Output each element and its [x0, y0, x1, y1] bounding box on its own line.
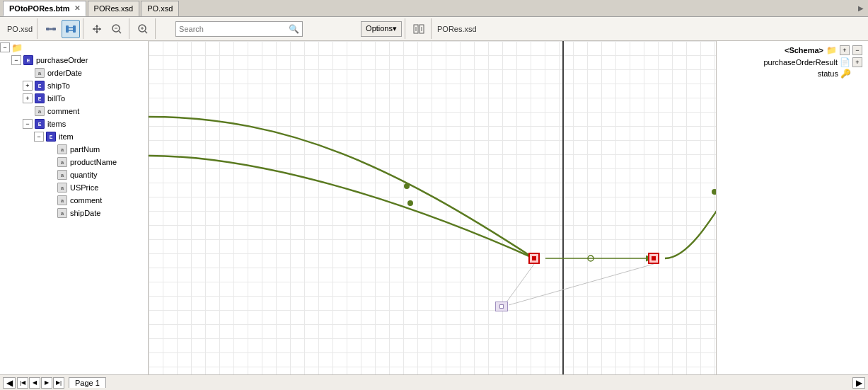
nav-next-btn[interactable]: ▶	[41, 377, 52, 389]
tree-label-items: items	[47, 120, 66, 128]
tree-node-USPrice[interactable]: aUSPrice	[0, 181, 148, 194]
tab-pores-label: PORes.xsd	[94, 4, 134, 13]
right-expand-btn[interactable]: +	[840, 45, 850, 55]
tab-potopores[interactable]: POtoPORes.btm ✕	[3, 1, 86, 16]
right-panel-header: <Schema> 📁 + −	[719, 44, 865, 57]
tree-label-shipDate: shipDate	[70, 209, 100, 217]
svg-point-3	[50, 28, 52, 30]
expand-btn[interactable]	[410, 20, 428, 38]
tree-node-comment[interactable]: acomment	[0, 105, 148, 117]
scroll-left-btn[interactable]: ◀	[3, 377, 16, 389]
page-tab[interactable]: Page 1	[69, 377, 106, 388]
small-node-inner	[499, 304, 504, 309]
expand-btn-billTo[interactable]: +	[23, 93, 33, 103]
pan-icon	[91, 23, 103, 35]
tab-scroll-right[interactable]: ▶	[854, 3, 868, 13]
scroll-right-btn[interactable]: ▶	[852, 377, 865, 389]
zoom-in-btn[interactable]	[134, 20, 152, 38]
line-comment	[149, 156, 534, 258]
tree-node-item[interactable]: −Eitem	[0, 130, 148, 143]
toolbar-search-section: 🔍	[173, 18, 357, 39]
right-collapse-btn[interactable]: −	[852, 45, 862, 55]
source-label: PO.xsd	[6, 25, 34, 33]
expand-btn-purchaseOrder[interactable]: −	[11, 55, 21, 65]
folder-icon: 📁	[11, 42, 23, 53]
right-item-label-2: status	[818, 69, 838, 78]
tree-label-purchaseOrder: purchaseOrder	[36, 56, 88, 64]
options-button[interactable]: Options▾	[361, 21, 402, 37]
gray-line-2	[509, 264, 654, 305]
tree-label-productName: productName	[70, 158, 117, 166]
mapping-svg	[149, 41, 716, 374]
tree-node-items[interactable]: −Eitems	[0, 117, 148, 130]
expand-btn-schema[interactable]: −	[0, 42, 10, 52]
expand-btn-item[interactable]: −	[34, 132, 44, 142]
zoom-fit-icon	[111, 23, 122, 35]
expand-btn-items[interactable]: −	[23, 119, 33, 129]
toolbar-connect-section	[39, 18, 83, 39]
zoom-fit-btn[interactable]	[108, 20, 126, 38]
search-icon[interactable]: 🔍	[289, 24, 299, 34]
tab-po-label: PO.xsd	[147, 4, 173, 13]
tab-pores[interactable]: PORes.xsd	[88, 1, 140, 16]
right-status-icon: 🔑	[840, 69, 851, 79]
map-node-1[interactable]	[528, 253, 540, 264]
auto-map-btn[interactable]	[62, 20, 80, 38]
search-box[interactable]: 🔍	[175, 21, 303, 37]
tree-node-comment2[interactable]: acomment	[0, 194, 148, 207]
right-schema-label: <Schema>	[785, 46, 823, 55]
attr-icon-shipDate: a	[57, 207, 68, 219]
tree-container: −📁−EpurchaseOrderaorderDate+EshipTo+Ebil…	[0, 41, 148, 219]
right-status-item: status 🔑	[719, 68, 865, 79]
nav-last-btn[interactable]: ▶|	[53, 377, 64, 389]
svg-rect-1	[52, 28, 56, 30]
tree-node-shipTo[interactable]: +EshipTo	[0, 79, 148, 92]
tree-label-billTo: billTo	[47, 94, 65, 103]
map-node-1-inner	[532, 256, 536, 260]
expand-btn-shipTo[interactable]: +	[23, 81, 33, 91]
svg-rect-4	[66, 25, 69, 33]
line-right-top	[665, 117, 716, 258]
map-node-2[interactable]	[648, 253, 659, 264]
toolbar: PO.xsd	[0, 17, 868, 41]
tree-node-purchaseOrder[interactable]: −EpurchaseOrder	[0, 54, 148, 67]
tree-label-USPrice: USPrice	[70, 183, 98, 192]
connect-btn[interactable]	[42, 20, 60, 38]
target-label: PORes.xsd	[436, 25, 478, 33]
left-panel: −📁−EpurchaseOrderaorderDate+EshipTo+Ebil…	[0, 41, 149, 374]
tree-node-productName[interactable]: aproductName	[0, 156, 148, 168]
attr-icon-comment2: a	[57, 195, 68, 206]
tree-label-shipTo: shipTo	[47, 81, 70, 90]
tree-label-item: item	[59, 132, 74, 141]
right-purchase-order-result: purchaseOrderResult 📄 +	[719, 57, 865, 68]
center-canvas[interactable]	[149, 41, 716, 374]
nav-prev-btn[interactable]: ◀	[29, 377, 40, 389]
map-node-small[interactable]	[495, 302, 508, 311]
search-input[interactable]	[179, 25, 289, 33]
right-folder-icon: 📁	[826, 45, 837, 55]
attr-icon-quantity: a	[57, 169, 68, 180]
toolbar-zoom-section	[131, 18, 156, 39]
tab-po[interactable]: PO.xsd	[141, 1, 179, 16]
tree-node-orderDate[interactable]: aorderDate	[0, 67, 148, 79]
element-icon-purchaseOrder: E	[23, 55, 34, 66]
nav-first-btn[interactable]: |◀	[17, 377, 28, 389]
zoom-in-icon	[137, 23, 149, 35]
dot-2	[407, 200, 413, 206]
right-item-label-1: purchaseOrderResult	[763, 58, 838, 67]
toolbar-options-section: Options▾	[358, 18, 405, 39]
toolbar-target-section: PORes.xsd	[433, 18, 481, 39]
canvas-content	[149, 41, 716, 374]
svg-line-12	[145, 31, 147, 33]
pan-btn[interactable]	[88, 20, 106, 38]
tab-potopores-close[interactable]: ✕	[74, 4, 80, 12]
right-item-expand-btn[interactable]: +	[852, 57, 862, 67]
svg-rect-5	[73, 25, 76, 33]
tree-node-partNum[interactable]: apartNum	[0, 143, 148, 156]
tree-node-quantity[interactable]: aquantity	[0, 168, 148, 181]
map-node-2-inner	[652, 256, 656, 260]
nav-buttons: |◀ ◀ ▶ ▶|	[17, 377, 64, 389]
tree-node-billTo[interactable]: +EbillTo	[0, 92, 148, 105]
tree-node-schema[interactable]: −📁	[0, 41, 148, 54]
tree-node-shipDate[interactable]: ashipDate	[0, 207, 148, 219]
